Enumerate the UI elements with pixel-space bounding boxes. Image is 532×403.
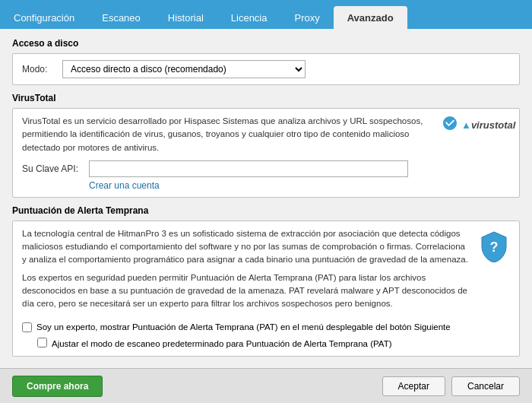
main-content: Acceso a disco Modo: Acceso directo a di… [0, 29, 532, 368]
puntuacion-text2: Los expertos en seguridad pueden permiti… [22, 271, 469, 311]
checkbox1-label: Soy un experto, mostrar Puntuación de Al… [36, 321, 451, 333]
tab-bar: Configuración Escaneo Historial Licencia… [0, 0, 532, 29]
mode-select[interactable]: Acceso directo a disco (recomendado)Acce… [62, 60, 306, 78]
tab-avanzado[interactable]: Avanzado [334, 6, 407, 29]
puntuacion-text-block: La tecnología central de HitmanPro 3 es … [22, 227, 469, 316]
checkbox1-expert[interactable] [22, 322, 32, 332]
shield-icon-wrap: ? [478, 230, 510, 262]
svg-text:?: ? [490, 240, 499, 255]
mode-label: Modo: [22, 64, 56, 75]
virustotal-description: VirusTotal es un servicio desarrollado p… [22, 115, 435, 154]
virustotal-header: VirusTotal es un servicio desarrollado p… [22, 115, 510, 154]
cancel-button[interactable]: Cancelar [451, 376, 520, 396]
checkbox2-label: Ajustar el modo de escaneo predeterminad… [52, 338, 391, 350]
tab-escaneo[interactable]: Escaneo [88, 6, 154, 29]
puntuacion-title: Puntuación de Alerta Temprana [12, 205, 520, 216]
acceso-disco-title: Acceso a disco [12, 38, 520, 49]
buy-button[interactable]: Compre ahora [12, 376, 103, 397]
puntuacion-inner: La tecnología central de HitmanPro 3 es … [22, 227, 510, 316]
create-account-link[interactable]: Crear una cuenta [89, 180, 510, 191]
checkbox2-scan-mode[interactable] [37, 338, 47, 347]
tab-configuracion[interactable]: Configuración [0, 6, 88, 29]
action-buttons: Aceptar Cancelar [382, 376, 520, 396]
tab-proxy[interactable]: Proxy [280, 6, 333, 29]
puntuacion-section: La tecnología central de HitmanPro 3 es … [12, 221, 520, 357]
api-row: Su Clave API: [22, 160, 510, 177]
api-key-input[interactable] [89, 160, 408, 177]
virustotal-title: VirusTotal [12, 93, 520, 103]
api-label: Su Clave API: [22, 163, 83, 174]
tab-historial[interactable]: Historial [154, 6, 217, 29]
mode-row: Modo: Acceso directo a disco (recomendad… [22, 60, 510, 78]
accept-button[interactable]: Aceptar [382, 376, 445, 396]
tab-licencia[interactable]: Licencia [217, 6, 281, 29]
checkbox1-row: Soy un experto, mostrar Puntuación de Al… [22, 321, 510, 333]
virustotal-section: VirusTotal es un servicio desarrollado p… [12, 108, 520, 198]
puntuacion-text1: La tecnología central de HitmanPro 3 es … [22, 227, 469, 267]
virustotal-check-icon [442, 115, 458, 135]
acceso-disco-section: Modo: Acceso directo a disco (recomendad… [12, 53, 520, 85]
shield-icon: ? [480, 230, 508, 262]
virustotal-logo: ▲virustotal [442, 115, 510, 135]
bottom-bar: Compre ahora Aceptar Cancelar [0, 368, 532, 403]
virustotal-logo-text: ▲virustotal [461, 119, 515, 131]
checkbox2-row: Ajustar el modo de escaneo predeterminad… [37, 338, 510, 350]
